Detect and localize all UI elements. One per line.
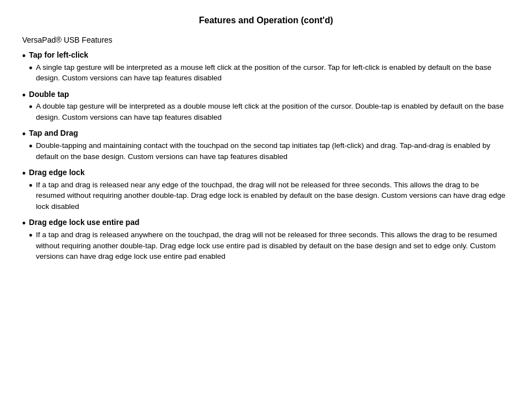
feature-item: •Drag edge lock use entire pad•If a tap … (22, 217, 510, 262)
outer-bullet-icon: • (22, 167, 25, 180)
feature-item: •Drag edge lock•If a tap and drag is rel… (22, 167, 510, 212)
feature-description-list: •A single tap gesture will be interprete… (29, 62, 510, 84)
feature-description-item: •If a tap and drag is released anywhere … (29, 229, 510, 262)
page-title: Features and Operation (cont'd) (22, 16, 510, 25)
inner-bullet-icon: • (29, 62, 32, 75)
features-list: •Tap for left-click•A single tap gesture… (22, 50, 510, 262)
outer-bullet-icon: • (22, 89, 25, 102)
feature-label: Drag edge lock (29, 167, 510, 178)
feature-description-text: If a tap and drag is released near any e… (36, 180, 510, 212)
feature-description-list: •If a tap and drag is released near any … (29, 180, 510, 212)
section-header: VersaPad® USB Features (22, 35, 510, 44)
outer-bullet-icon: • (22, 50, 25, 63)
feature-content: Double tap•A double tap gesture will be … (29, 89, 510, 123)
inner-bullet-icon: • (29, 229, 32, 242)
feature-item: •Double tap•A double tap gesture will be… (22, 89, 510, 123)
feature-description-list: •A double tap gesture will be interprete… (29, 101, 510, 122)
feature-content: Tap for left-click•A single tap gesture … (29, 50, 510, 84)
feature-description-item: •A single tap gesture will be interprete… (29, 62, 510, 84)
feature-item: •Tap and Drag•Double-tapping and maintai… (22, 128, 510, 162)
feature-description-list: •Double-tapping and maintaining contact … (29, 140, 510, 162)
feature-label: Tap for left-click (29, 50, 510, 61)
feature-content: Tap and Drag•Double-tapping and maintain… (29, 128, 510, 162)
inner-bullet-icon: • (29, 140, 32, 153)
feature-content: Drag edge lock•If a tap and drag is rele… (29, 167, 510, 212)
inner-bullet-icon: • (29, 180, 32, 192)
feature-description-text: Double-tapping and maintaining contact w… (36, 140, 510, 162)
feature-label: Tap and Drag (29, 128, 510, 139)
feature-description-item: •If a tap and drag is released near any … (29, 180, 510, 212)
feature-description-item: •Double-tapping and maintaining contact … (29, 140, 510, 162)
feature-content: Drag edge lock use entire pad•If a tap a… (29, 217, 510, 262)
feature-description-item: •A double tap gesture will be interprete… (29, 101, 510, 122)
feature-description-list: •If a tap and drag is released anywhere … (29, 229, 510, 262)
feature-label: Drag edge lock use entire pad (29, 217, 510, 228)
feature-item: •Tap for left-click•A single tap gesture… (22, 50, 510, 84)
feature-description-text: A double tap gesture will be interpreted… (36, 101, 510, 122)
feature-description-text: If a tap and drag is released anywhere o… (36, 229, 510, 262)
feature-description-text: A single tap gesture will be interpreted… (36, 62, 510, 84)
feature-label: Double tap (29, 89, 510, 100)
outer-bullet-icon: • (22, 217, 25, 230)
inner-bullet-icon: • (29, 101, 32, 114)
outer-bullet-icon: • (22, 128, 25, 141)
